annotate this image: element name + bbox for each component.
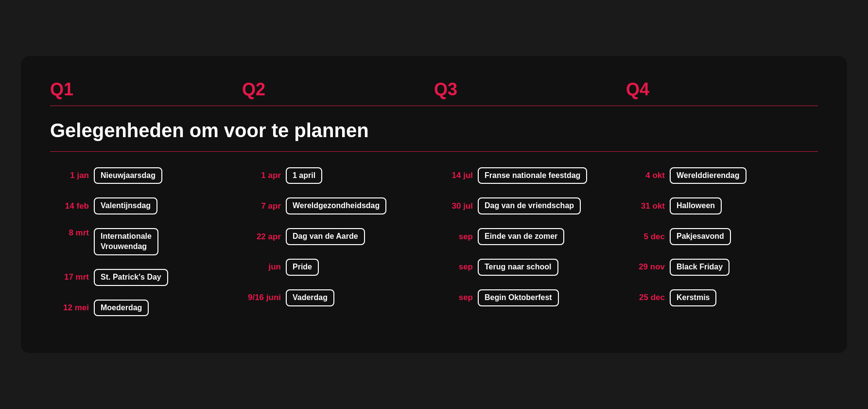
event-row: sepTerug naar school [439,259,621,276]
event-date: 14 jul [439,171,473,180]
event-date: sep [439,293,473,302]
event-date: 31 okt [631,201,665,211]
event-badge: 1 april [286,167,322,184]
event-row: sepEinde van de zomer [439,228,621,245]
event-row: 22 aprDag van de Aarde [247,228,429,245]
event-row: 7 aprWereldgezondheidsdag [247,197,429,214]
event-date: jun [247,262,281,272]
event-date: 29 nov [631,262,665,272]
event-badge: Begin Oktoberfest [478,289,559,306]
event-row: 14 julFranse nationale feestdag [439,167,621,184]
column-q1: 1 janNieuwjaarsdag14 febValentijnsdag8 m… [50,167,242,330]
event-row: 4 oktWerelddierendag [631,167,813,184]
event-badge: Dag van de Aarde [286,228,365,245]
event-date: 8 mrt [55,228,89,238]
event-badge: Halloween [670,197,722,214]
event-row: 30 julDag van de vriendschap [439,197,621,214]
event-row: 29 novBlack Friday [631,259,813,276]
event-date: sep [439,262,473,272]
content-grid: 1 janNieuwjaarsdag14 febValentijnsdag8 m… [50,167,818,330]
event-badge: Terug naar school [478,259,558,276]
event-badge: Wereldgezondheidsdag [286,197,386,214]
main-card: Q1 Q2 Q3 Q4 Gelegenheden om voor te plan… [21,56,847,354]
column-q3: 14 julFranse nationale feestdag30 julDag… [434,167,626,320]
event-row: 17 mrtSt. Patrick's Day [55,269,237,286]
event-badge: Internationale Vrouwendag [94,228,158,255]
event-row: 1 janNieuwjaarsdag [55,167,237,184]
q4-label: Q4 [626,79,818,100]
event-date: 30 jul [439,201,473,211]
event-badge: St. Patrick's Day [94,269,168,286]
event-date: 17 mrt [55,272,89,282]
event-badge: Werelddierendag [670,167,746,184]
q2-label: Q2 [242,79,434,100]
event-row: 25 decKerstmis [631,289,813,306]
event-badge: Valentijnsdag [94,197,157,214]
event-date: 25 dec [631,293,665,302]
q3-label: Q3 [434,79,626,100]
event-date: 5 dec [631,232,665,242]
event-date: 22 apr [247,232,281,242]
event-row: sepBegin Oktoberfest [439,289,621,306]
event-row: 5 decPakjesavond [631,228,813,245]
event-badge: Nieuwjaarsdag [94,167,162,184]
event-row: 8 mrtInternationale Vrouwendag [55,228,237,255]
page-title: Gelegenheden om voor te plannen [50,120,818,142]
q1-label: Q1 [50,79,242,100]
top-divider [50,106,818,106]
event-badge: Franse nationale feestdag [478,167,587,184]
event-row: 9/16 juniVaderdag [247,289,429,306]
event-row: 12 meiMoederdag [55,300,237,317]
column-q2: 1 apr1 april7 aprWereldgezondheidsdag22 … [242,167,434,320]
event-row: junPride [247,259,429,276]
event-row: 14 febValentijnsdag [55,197,237,214]
event-date: sep [439,232,473,242]
event-date: 7 apr [247,201,281,211]
event-badge: Einde van de zomer [478,228,564,245]
event-badge: Vaderdag [286,289,334,306]
event-date: 14 feb [55,201,89,211]
event-row: 1 apr1 april [247,167,429,184]
column-q4: 4 oktWerelddierendag31 oktHalloween5 dec… [626,167,818,320]
event-date: 12 mei [55,303,89,313]
event-date: 1 apr [247,171,281,180]
event-badge: Pride [286,259,319,276]
event-badge: Moederdag [94,300,149,317]
event-badge: Dag van de vriendschap [478,197,581,214]
title-divider [50,151,818,152]
event-date: 9/16 juni [247,293,281,302]
event-row: 31 oktHalloween [631,197,813,214]
event-badge: Black Friday [670,259,729,276]
event-date: 1 jan [55,171,89,180]
event-badge: Pakjesavond [670,228,731,245]
event-badge: Kerstmis [670,289,716,306]
quarters-row: Q1 Q2 Q3 Q4 [50,79,818,100]
event-date: 4 okt [631,171,665,180]
